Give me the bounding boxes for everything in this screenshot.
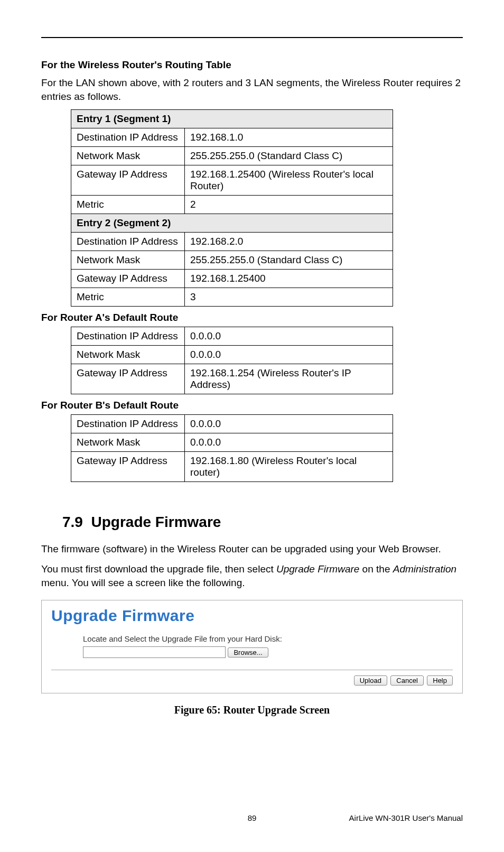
table-value: 0.0.0.0 bbox=[185, 346, 393, 364]
table-label: Gateway IP Address bbox=[71, 452, 185, 482]
table-label: Destination IP Address bbox=[71, 233, 185, 251]
upgrade-firmware-panel: Upgrade Firmware Locate and Select the U… bbox=[41, 600, 463, 693]
text-run-italic: Administration bbox=[393, 563, 456, 575]
footer-right: AirLive WN-301R User's Manual bbox=[349, 813, 463, 822]
table-label: Destination IP Address bbox=[71, 415, 185, 433]
file-path-input[interactable] bbox=[83, 646, 226, 658]
table-value: 192.168.1.80 (Wireless Router's local ro… bbox=[185, 452, 393, 482]
button-row: Upload Cancel Help bbox=[51, 670, 453, 686]
table-label: Destination IP Address bbox=[71, 327, 185, 346]
table-value: 192.168.1.25400 (Wireless Router's local… bbox=[185, 165, 393, 196]
table-label: Metric bbox=[71, 288, 185, 307]
table-label: Network Mask bbox=[71, 433, 185, 452]
table-value: 192.168.1.254 (Wireless Router's IP Addr… bbox=[185, 364, 393, 394]
figure-caption: Figure 65: Router Upgrade Screen bbox=[41, 704, 463, 716]
table-value: 255.255.255.0 (Standard Class C) bbox=[185, 147, 393, 165]
routing-intro-text: For the LAN shown above, with 2 routers … bbox=[41, 76, 463, 103]
table-value: 0.0.0.0 bbox=[185, 327, 393, 346]
table-value: 192.168.1.0 bbox=[185, 128, 393, 147]
table-value: 255.255.255.0 (Standard Class C) bbox=[185, 251, 393, 270]
text-run-italic: Upgrade Firmware bbox=[276, 563, 359, 575]
upgrade-para-1: The firmware (software) in the Wireless … bbox=[41, 542, 463, 556]
table-label: Metric bbox=[71, 196, 185, 214]
locate-instruction: Locate and Select the Upgrade File from … bbox=[83, 634, 453, 643]
table-label: Gateway IP Address bbox=[71, 364, 185, 394]
table-label: Gateway IP Address bbox=[71, 270, 185, 288]
upgrade-para-2: You must first download the upgrade file… bbox=[41, 562, 463, 589]
section-heading: 7.9 Upgrade Firmware bbox=[62, 514, 463, 531]
top-rule bbox=[41, 37, 463, 38]
table-label: Destination IP Address bbox=[71, 128, 185, 147]
text-run: on the bbox=[359, 563, 393, 575]
text-run: You must first download the upgrade file… bbox=[41, 563, 276, 575]
table-label: Network Mask bbox=[71, 147, 185, 165]
routing-table-b: Destination IP Address0.0.0.0 Network Ma… bbox=[71, 414, 393, 482]
browse-button[interactable]: Browse... bbox=[228, 647, 268, 657]
heading-routing-table: For the Wireless Router's Routing Table bbox=[41, 59, 463, 71]
file-input-row: Browse... bbox=[83, 646, 453, 658]
section-title: Upgrade Firmware bbox=[91, 514, 221, 530]
section-number: 7.9 bbox=[62, 514, 83, 530]
table-value: 192.168.1.25400 bbox=[185, 270, 393, 288]
panel-title: Upgrade Firmware bbox=[51, 607, 453, 625]
table-value: 192.168.2.0 bbox=[185, 233, 393, 251]
text-run: menu. You will see a screen like the fol… bbox=[41, 577, 245, 588]
table-label: Network Mask bbox=[71, 346, 185, 364]
entry2-header: Entry 2 (Segment 2) bbox=[71, 214, 393, 233]
help-button[interactable]: Help bbox=[427, 675, 453, 686]
table-label: Gateway IP Address bbox=[71, 165, 185, 196]
heading-router-b: For Router B's Default Route bbox=[41, 400, 463, 411]
routing-table-a: Destination IP Address0.0.0.0 Network Ma… bbox=[71, 327, 393, 394]
routing-table-main: Entry 1 (Segment 1) Destination IP Addre… bbox=[71, 109, 393, 307]
upload-button[interactable]: Upload bbox=[354, 675, 387, 686]
table-value: 2 bbox=[185, 196, 393, 214]
table-value: 0.0.0.0 bbox=[185, 415, 393, 433]
table-value: 3 bbox=[185, 288, 393, 307]
cancel-button[interactable]: Cancel bbox=[390, 675, 423, 686]
heading-router-a: For Router A's Default Route bbox=[41, 312, 463, 323]
footer: 89 AirLive WN-301R User's Manual bbox=[41, 813, 463, 822]
entry1-header: Entry 1 (Segment 1) bbox=[71, 110, 393, 128]
table-label: Network Mask bbox=[71, 251, 185, 270]
table-value: 0.0.0.0 bbox=[185, 433, 393, 452]
